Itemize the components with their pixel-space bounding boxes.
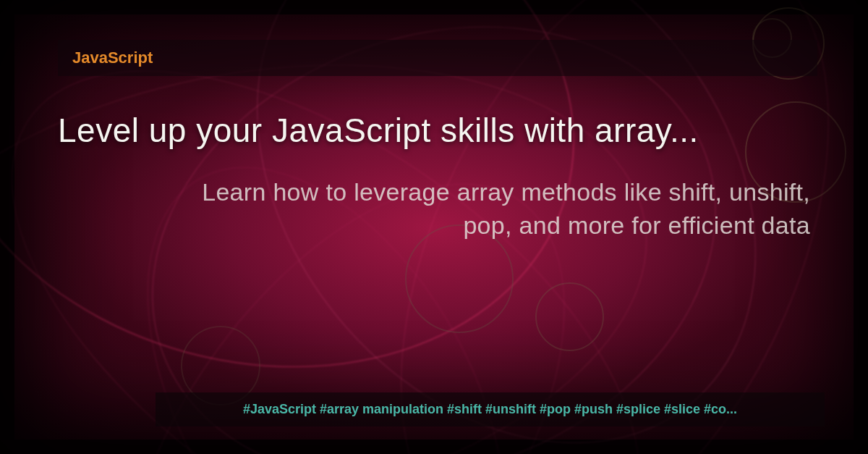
content-container: JavaScript Level up your JavaScript skil… [0,0,868,454]
page-subtitle: Learn how to leverage array methods like… [58,176,810,243]
tags-bar: #JavaScript #array manipulation #shift #… [156,392,825,426]
tags-text: #JavaScript #array manipulation #shift #… [170,402,810,417]
page-title: Level up your JavaScript skills with arr… [58,111,810,150]
category-bar: JavaScript [58,40,817,76]
category-label: JavaScript [72,49,153,67]
